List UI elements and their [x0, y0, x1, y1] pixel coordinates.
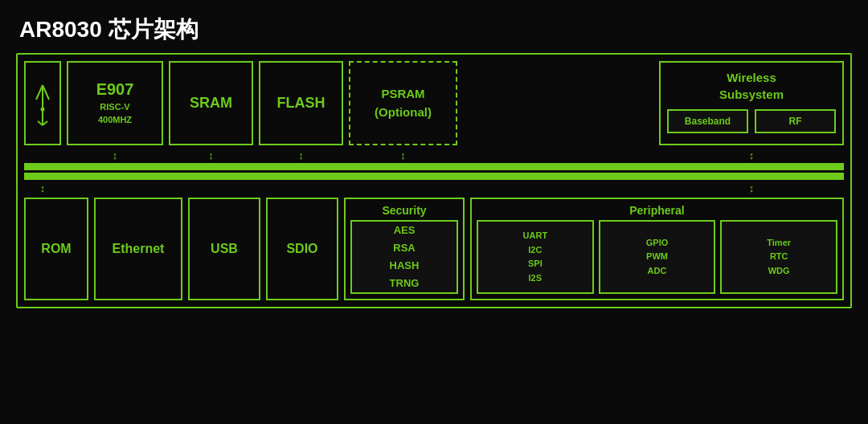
- periph-uart-label: UART I2C SPI I2S: [523, 229, 548, 285]
- svg-line-2: [43, 85, 49, 100]
- security-items: AES RSA HASH TRNG: [390, 222, 420, 292]
- psram-block: PSRAM(Optional): [349, 61, 457, 145]
- arrow-psram-updown: ↕: [349, 149, 457, 161]
- arrow-sram-updown: ↕: [169, 149, 253, 161]
- security-title: Security: [382, 204, 426, 217]
- arrow-cpu-updown: ↕: [67, 150, 163, 161]
- main-container: E907 RISC-V400MHZ SRAM FLASH PSRAM(Optio…: [16, 53, 852, 308]
- periph-uart-block: UART I2C SPI I2S: [477, 220, 594, 294]
- security-outer: Security AES RSA HASH TRNG: [344, 198, 465, 300]
- bus-bars: [24, 163, 844, 180]
- wireless-subsystem-block: Wireless Subsystem Baseband RF: [659, 61, 844, 145]
- ethernet-block: Ethernet: [94, 198, 182, 300]
- periph-gpio-label: GPIO PWM ADC: [646, 236, 669, 279]
- wireless-title: Wireless Subsystem: [719, 69, 784, 103]
- cpu-title: E907: [96, 80, 134, 99]
- security-inner: AES RSA HASH TRNG: [350, 220, 458, 294]
- usb-block: USB: [188, 198, 260, 300]
- periph-timer-block: Timer RTC WDG: [720, 220, 837, 294]
- svg-line-1: [36, 85, 43, 100]
- cpu-block: E907 RISC-V400MHZ: [67, 61, 163, 145]
- flash-block: FLASH: [259, 61, 343, 145]
- periph-timer-label: Timer RTC WDG: [767, 236, 791, 279]
- arrow-periph-down: ↕: [659, 182, 844, 194]
- rf-block: RF: [755, 109, 836, 133]
- baseband-block: Baseband: [667, 109, 748, 133]
- rom-block: ROM: [24, 198, 88, 300]
- sram-block: SRAM: [169, 61, 253, 145]
- peripheral-outer: Peripheral UART I2C SPI I2S GPIO PWM ADC…: [470, 198, 844, 300]
- arrow-rom-up: ↕: [24, 182, 61, 194]
- cpu-subtitle: RISC-V400MHZ: [98, 100, 132, 127]
- peripheral-title: Peripheral: [629, 204, 684, 217]
- periph-gpio-block: GPIO PWM ADC: [599, 220, 716, 294]
- page-title: AR8030 芯片架构: [0, 0, 868, 53]
- sdio-block: SDIO: [266, 198, 338, 300]
- antenna-icon: [34, 77, 51, 129]
- arrow-wireless-updown: ↕: [659, 149, 844, 161]
- antenna-block: [24, 61, 61, 145]
- svg-point-5: [41, 108, 45, 112]
- arrow-flash-updown: ↕: [259, 149, 343, 161]
